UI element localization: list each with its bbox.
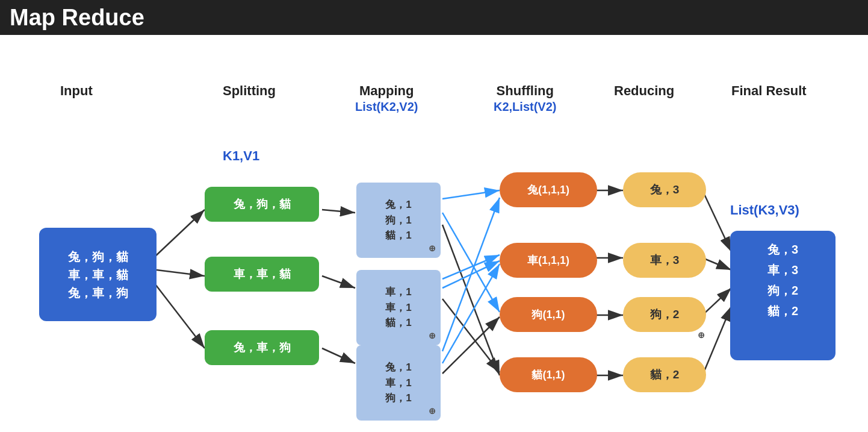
node-shuf1: 兔(1,1,1): [500, 172, 597, 207]
node-red2: 車，3: [623, 243, 706, 278]
node-shuf3: 狗(1,1): [500, 297, 597, 332]
page-title: Map Reduce: [10, 5, 144, 31]
label-k1v1: K1,V1: [223, 148, 259, 164]
label-k3v3: List(K3,V3): [730, 202, 799, 218]
node-shuf4: 貓(1,1): [500, 357, 597, 392]
svg-line-7: [322, 348, 355, 363]
node-red1: 兔，3: [623, 172, 706, 207]
svg-line-24: [702, 306, 731, 375]
label-mapping-sub: List(K2,V2): [355, 100, 418, 113]
svg-line-6: [322, 276, 355, 288]
node-result: 兔，3 車，3 狗，2 貓，2: [730, 231, 835, 360]
node-split3: 兔，車，狗: [205, 330, 319, 365]
svg-line-2: [153, 210, 205, 258]
svg-line-16: [442, 317, 500, 374]
node-split1: 兔，狗，貓: [205, 187, 319, 222]
svg-line-13: [442, 299, 500, 372]
label-splitting: Splitting: [223, 83, 276, 99]
label-shuffling-sub: K2,List(V2): [494, 100, 556, 113]
svg-line-4: [153, 282, 205, 348]
node-split2: 車，車，貓: [205, 257, 319, 292]
svg-line-8: [442, 190, 500, 199]
svg-line-15: [442, 264, 500, 363]
svg-line-5: [322, 210, 355, 213]
svg-line-11: [442, 255, 500, 279]
svg-line-12: [442, 261, 500, 288]
label-finalresult: Final Result: [731, 83, 807, 99]
diagram-area: Input Splitting Mapping List(K2,V2) Shuf…: [0, 35, 868, 432]
node-map2: 車，1 車，1 貓，1 ⊕: [356, 270, 441, 345]
label-reducing: Reducing: [614, 83, 674, 99]
label-input: Input: [60, 83, 93, 99]
svg-line-3: [157, 270, 205, 276]
node-shuf2: 車(1,1,1): [500, 243, 597, 278]
svg-line-14: [442, 198, 500, 351]
label-shuffling: Shuffling K2,List(V2): [494, 83, 556, 114]
svg-line-10: [442, 225, 500, 375]
svg-line-21: [702, 190, 731, 252]
svg-line-23: [702, 288, 731, 315]
node-red4: 貓，2: [623, 357, 706, 392]
node-map1: 兔，1 狗，1 貓，1 ⊕: [356, 183, 441, 258]
label-mapping: Mapping List(K2,V2): [355, 83, 418, 114]
svg-line-9: [442, 213, 500, 312]
node-input: 兔，狗，貓 車，車，貓 兔，車，狗: [39, 228, 157, 321]
header: Map Reduce: [0, 0, 868, 35]
node-red3: 狗，2 ⊕: [623, 297, 706, 332]
svg-line-22: [702, 258, 731, 270]
node-map3: 兔，1 車，1 狗，1 ⊕: [356, 345, 441, 421]
